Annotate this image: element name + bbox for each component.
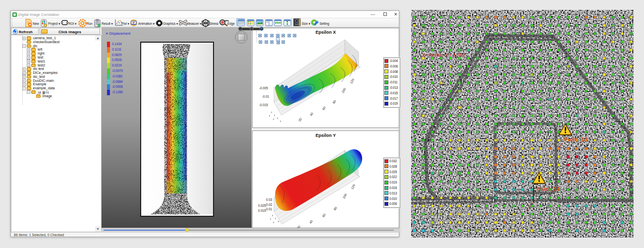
svg-text:X = 6.804, Y = 8.753: X = 6.804, Y = 8.753 (422, 53, 465, 58)
svg-text:0.02: 0.02 (266, 203, 272, 206)
svg-text:120: 120 (349, 78, 355, 84)
svg-text:x: x (270, 218, 271, 220)
svg-text:x: x (274, 114, 275, 117)
svg-text:80: 80 (332, 99, 337, 104)
svg-text:x: x (271, 111, 272, 114)
svg-text:100: 100 (342, 193, 347, 199)
svg-text:-0.015: -0.015 (259, 103, 268, 107)
svg-text:x: x (278, 220, 279, 223)
svg-text:0.01: 0.01 (266, 207, 272, 211)
svg-text:x: x (272, 214, 273, 217)
svg-text:60: 60 (322, 106, 326, 111)
svg-text:x: x (269, 115, 270, 117)
svg-text:40: 40 (309, 219, 314, 224)
svg-text:40: 40 (309, 112, 314, 117)
svg-text:Point_14: Point_14 (537, 186, 560, 192)
svg-text:x: x (273, 221, 274, 224)
svg-text:-0.01: -0.01 (262, 95, 269, 98)
svg-text:80: 80 (333, 206, 338, 211)
svg-text:60: 60 (322, 213, 326, 218)
svg-text:20: 20 (298, 117, 303, 122)
svg-text:-0.005: -0.005 (259, 86, 268, 90)
svg-text:Point_13: Point_13 (564, 136, 588, 142)
svg-text:0.025: 0.025 (258, 204, 266, 207)
svg-text:100: 100 (341, 87, 346, 94)
svg-text:x: x (280, 120, 281, 123)
svg-text:x: x (277, 117, 278, 120)
svg-text:0.015: 0.015 (258, 209, 266, 212)
svg-text:0.03: 0.03 (266, 198, 272, 201)
svg-text:20: 20 (296, 225, 301, 228)
svg-text:120: 120 (350, 184, 356, 190)
svg-text:x: x (273, 118, 274, 121)
svg-text:x: x (275, 217, 276, 220)
